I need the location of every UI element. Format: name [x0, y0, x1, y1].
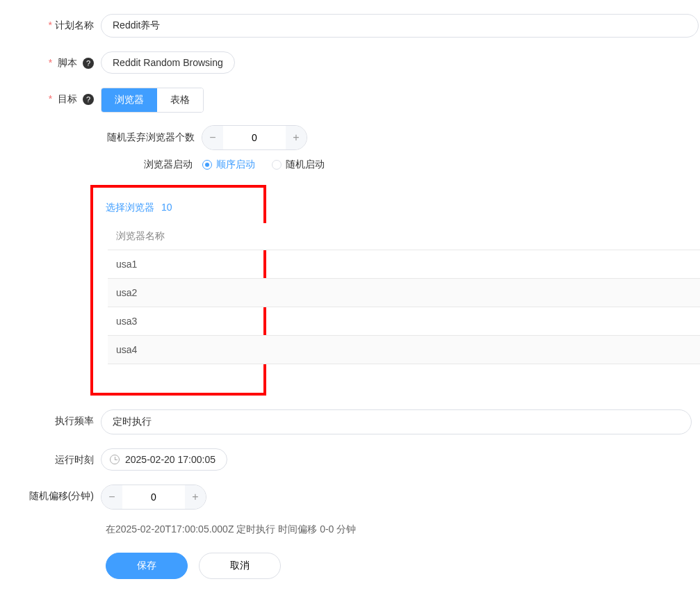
action-buttons: 保存 取消 [106, 553, 700, 579]
offset-row: 随机偏移(分钟) − + [0, 485, 700, 510]
cancel-button[interactable]: 取消 [199, 553, 281, 579]
plan-name-label: 计划名称 [0, 14, 101, 32]
discard-count-input: − + [202, 125, 307, 150]
radio-unchecked-icon [272, 160, 282, 170]
script-help-icon[interactable]: ? [83, 58, 94, 69]
target-tabs: 浏览器 表格 [101, 88, 204, 113]
startup-label: 浏览器启动 [144, 158, 202, 171]
runtime-row: 运行时刻 2025-02-20 17:00:05 [0, 448, 700, 471]
offset-value[interactable] [122, 491, 185, 503]
clock-icon [110, 455, 120, 464]
offset-increase-button[interactable]: + [185, 485, 206, 509]
radio-checked-icon [202, 160, 212, 170]
save-button[interactable]: 保存 [106, 553, 188, 579]
target-help-icon[interactable]: ? [83, 94, 94, 105]
plan-name-row: 计划名称 [0, 14, 700, 38]
script-row: 脚本 ? Reddit Random Browsing [0, 51, 700, 74]
plan-name-input[interactable] [101, 14, 699, 38]
target-row: 目标 ? 浏览器 表格 随机丢弃浏览器个数 − + 浏览器启动 顺序启动 [0, 88, 700, 171]
discard-decrease-button[interactable]: − [202, 126, 223, 149]
discard-count-label: 随机丢弃浏览器个数 [101, 131, 202, 144]
table-row[interactable]: usa3 [108, 307, 700, 336]
browser-table: 浏览器名称 usa1 usa2 usa3 usa4 [108, 223, 700, 364]
offset-input: − + [101, 485, 206, 510]
select-browser-link[interactable]: 选择浏览器 10 [106, 202, 172, 214]
startup-random-radio[interactable]: 随机启动 [272, 158, 325, 171]
frequency-label: 执行频率 [0, 409, 101, 428]
startup-row: 浏览器启动 顺序启动 随机启动 [144, 158, 700, 171]
discard-increase-button[interactable]: + [286, 126, 307, 149]
tab-browser[interactable]: 浏览器 [101, 88, 157, 112]
browser-table-header: 浏览器名称 [108, 223, 700, 250]
table-row[interactable]: usa4 [108, 336, 700, 364]
startup-sequential-radio[interactable]: 顺序启动 [202, 158, 255, 171]
frequency-select[interactable]: 定时执行 [101, 409, 692, 434]
script-label: 脚本 ? [0, 51, 101, 70]
runtime-input[interactable]: 2025-02-20 17:00:05 [101, 448, 227, 471]
script-tag[interactable]: Reddit Random Browsing [101, 51, 235, 74]
table-row[interactable]: usa2 [108, 279, 700, 307]
startup-radio-group: 顺序启动 随机启动 [202, 158, 325, 171]
tab-table[interactable]: 表格 [157, 88, 203, 112]
table-row[interactable]: usa1 [108, 250, 700, 279]
schedule-summary: 在2025-02-20T17:00:05.000Z 定时执行 时间偏移 0-0 … [106, 523, 700, 536]
discard-count-value[interactable] [223, 132, 286, 143]
frequency-row: 执行频率 定时执行 [0, 409, 700, 434]
runtime-label: 运行时刻 [0, 448, 101, 466]
select-browser-count: 10 [161, 202, 172, 213]
target-label: 目标 ? [0, 88, 101, 106]
discard-count-row: 随机丢弃浏览器个数 − + [101, 125, 700, 150]
offset-decrease-button[interactable]: − [101, 485, 122, 509]
offset-label: 随机偏移(分钟) [0, 485, 101, 503]
